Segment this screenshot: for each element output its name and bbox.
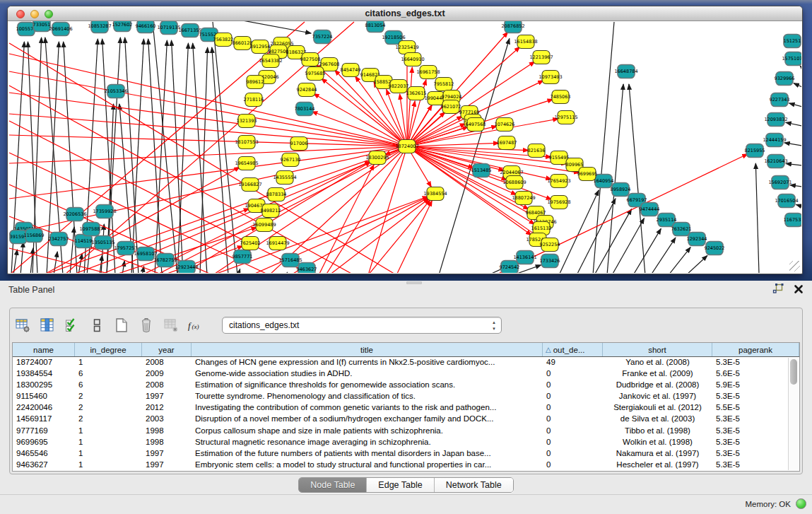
network-node[interactable]: 14136141 bbox=[513, 251, 536, 264]
table-row[interactable]: 946362711997Embryonic stem cells: a mode… bbox=[13, 460, 799, 471]
network-node[interactable]: 16961758 bbox=[416, 66, 440, 79]
network-node[interactable]: 20876852 bbox=[501, 21, 524, 33]
network-node[interactable]: 8454749 bbox=[341, 64, 361, 77]
tab-network-table[interactable]: Network Table bbox=[435, 478, 513, 492]
network-edge[interactable] bbox=[70, 227, 74, 273]
network-node[interactable]: 9463627 bbox=[297, 263, 317, 274]
network-node[interactable]: 19756928 bbox=[547, 196, 570, 209]
network-node[interactable]: 17359928 bbox=[93, 205, 116, 218]
network-edge[interactable] bbox=[794, 83, 801, 87]
network-edge[interactable] bbox=[156, 146, 407, 273]
network-node[interactable]: 9252254 bbox=[540, 238, 560, 252]
network-node[interactable]: 14355554 bbox=[273, 171, 296, 185]
network-node[interactable]: 10975887 bbox=[79, 223, 102, 236]
network-node[interactable]: 16154838 bbox=[514, 35, 537, 49]
network-node[interactable]: 8813054 bbox=[365, 21, 386, 33]
network-node[interactable]: 9699695 bbox=[577, 168, 598, 181]
table-row[interactable]: 946554611997Estimation of the future num… bbox=[13, 448, 799, 460]
network-node[interactable]: 8498212 bbox=[261, 204, 281, 218]
network-node[interactable]: 12093832 bbox=[764, 113, 787, 127]
float-window-icon[interactable] bbox=[772, 284, 784, 297]
table-row[interactable]: 1830029562008Estimation of significance … bbox=[13, 380, 799, 391]
network-node[interactable]: 18107553 bbox=[235, 136, 258, 149]
network-node[interactable]: 7563822 bbox=[213, 33, 234, 47]
network-node[interactable]: 151251 bbox=[784, 35, 801, 48]
table-row[interactable]: 1872400712008Changes of HCN gene express… bbox=[13, 357, 799, 368]
network-node[interactable]: 18300295 bbox=[365, 151, 389, 165]
network-edge[interactable] bbox=[789, 103, 801, 107]
network-edge[interactable] bbox=[193, 43, 207, 273]
network-node[interactable]: 19654985 bbox=[235, 157, 258, 170]
unselect-all-icon[interactable] bbox=[88, 317, 105, 334]
column-header-pagerank[interactable]: pagerank bbox=[712, 343, 799, 356]
network-node[interactable]: 3912954 bbox=[250, 40, 271, 54]
network-node[interactable]: 18807249 bbox=[512, 192, 535, 205]
memory-status-indicator[interactable] bbox=[796, 498, 806, 509]
network-edge[interactable] bbox=[407, 67, 412, 146]
network-node[interactable]: 15751074 bbox=[782, 52, 801, 66]
network-edge[interactable] bbox=[312, 112, 407, 146]
network-node[interactable]: 7632621 bbox=[671, 223, 692, 236]
network-edge[interactable] bbox=[796, 204, 801, 206]
network-node[interactable]: 17016504 bbox=[775, 194, 798, 208]
network-node[interactable]: 9267130 bbox=[281, 153, 301, 167]
table-row[interactable]: 1938455462009Genome-wide association stu… bbox=[13, 368, 799, 380]
network-edge[interactable] bbox=[755, 163, 759, 273]
network-node[interactable]: 21053346 bbox=[104, 85, 127, 98]
network-edge[interactable] bbox=[686, 255, 707, 273]
close-icon[interactable] bbox=[794, 284, 804, 297]
network-edge[interactable] bbox=[800, 66, 801, 68]
network-edge[interactable] bbox=[122, 261, 124, 273]
network-node[interactable]: 1156869 bbox=[24, 229, 45, 243]
function-builder-icon[interactable]: f(x) bbox=[187, 317, 204, 334]
network-node[interactable]: 8215955 bbox=[745, 144, 765, 158]
network-node[interactable]: 1697487 bbox=[497, 136, 517, 150]
table-row[interactable]: 977716911998Corpus callosum shape and si… bbox=[13, 426, 799, 437]
network-node[interactable]: 10973493 bbox=[539, 71, 562, 84]
network-node[interactable]: 9329966 bbox=[775, 72, 795, 86]
network-edge[interactable] bbox=[396, 201, 432, 273]
network-edge[interactable] bbox=[593, 22, 614, 273]
network-edge[interactable] bbox=[20, 242, 23, 273]
table-row[interactable]: 2242004622012Investigating the contribut… bbox=[13, 402, 799, 414]
network-node[interactable]: 1292344 bbox=[687, 233, 707, 246]
network-node[interactable]: 1321393 bbox=[237, 115, 257, 128]
select-all-icon[interactable] bbox=[64, 317, 81, 334]
network-node[interactable]: 114519 bbox=[75, 235, 93, 248]
network-node[interactable]: 7485063 bbox=[551, 90, 571, 104]
network-window-titlebar[interactable]: citations_edges.txt bbox=[8, 6, 802, 21]
network-node[interactable]: 20691406 bbox=[49, 23, 72, 36]
network-edge[interactable] bbox=[238, 269, 240, 273]
table-selector-dropdown[interactable]: citations_edges.txt ▲▼ bbox=[222, 317, 502, 334]
network-node[interactable]: 16543382 bbox=[259, 54, 282, 68]
network-edge[interactable] bbox=[286, 272, 288, 273]
network-node[interactable]: 20206536 bbox=[63, 208, 86, 221]
column-header-title[interactable]: title bbox=[192, 343, 543, 356]
network-node[interactable]: 7625402 bbox=[240, 237, 261, 250]
network-node[interactable]: 1362615 bbox=[406, 87, 427, 100]
network-edge[interactable] bbox=[290, 197, 428, 273]
network-node[interactable]: 9827508 bbox=[300, 53, 321, 66]
network-edge[interactable] bbox=[368, 199, 430, 273]
network-node[interactable]: 9245022 bbox=[705, 242, 725, 255]
network-node[interactable]: 16782759 bbox=[153, 254, 177, 267]
new-file-icon[interactable] bbox=[113, 317, 130, 334]
network-node[interactable]: 6497568 bbox=[466, 118, 486, 132]
network-canvas[interactable]: 1005571733051206914061085328715276029466… bbox=[8, 21, 801, 273]
table-row[interactable]: 911546021997Tourette syndrome. Phenomeno… bbox=[13, 391, 799, 402]
network-node[interactable]: 5975685 bbox=[305, 67, 326, 81]
network-node[interactable]: 9857771 bbox=[233, 250, 253, 264]
delete-table-icon[interactable] bbox=[163, 317, 180, 334]
network-node[interactable]: 13505135 bbox=[91, 236, 114, 250]
network-node[interactable]: 1733426 bbox=[540, 255, 560, 268]
network-node[interactable]: 8958924 bbox=[611, 183, 631, 197]
network-node[interactable]: 10719135 bbox=[157, 21, 180, 35]
network-node[interactable]: 17654923 bbox=[547, 175, 570, 188]
network-edge[interactable] bbox=[784, 143, 801, 146]
network-node[interactable]: 15692071 bbox=[768, 176, 792, 189]
network-node[interactable]: 1074626 bbox=[495, 118, 515, 132]
network-edge[interactable] bbox=[786, 122, 801, 126]
table-row[interactable]: 1456911722003Disruption of a novel membe… bbox=[13, 414, 799, 425]
table-scrollbar-thumb[interactable] bbox=[790, 359, 797, 385]
column-header-name[interactable]: name bbox=[13, 343, 75, 356]
